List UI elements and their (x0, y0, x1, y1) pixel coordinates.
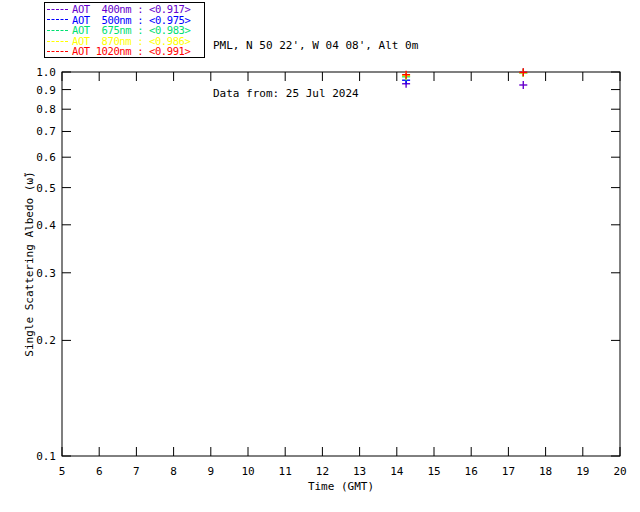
legend-item-label: AOT 1020nm : <0.991> (72, 46, 190, 57)
x-tick-label: 12 (316, 465, 329, 478)
y-tick-label: 0.5 (36, 182, 56, 195)
y-tick-label: 1.0 (36, 66, 56, 79)
legend-item: AOT 1020nm : <0.991> (47, 46, 204, 57)
x-tick-label: 7 (133, 465, 140, 478)
y-tick-label: 0.1 (36, 450, 56, 463)
y-axis-label: Single Scattering Albedo (ω̃) (23, 171, 36, 356)
x-axis-label: Time (GMT) (308, 480, 374, 493)
x-tick-label: 19 (576, 465, 589, 478)
legend-line-swatch (47, 19, 68, 20)
legend-line-swatch (47, 9, 68, 10)
legend-item-label: AOT 400nm : <0.917> (72, 4, 190, 15)
x-tick-label: 14 (390, 465, 404, 478)
x-tick-label: 20 (613, 465, 626, 478)
x-tick-label: 13 (353, 465, 366, 478)
x-tick-label: 10 (241, 465, 254, 478)
x-tick-label: 18 (539, 465, 552, 478)
x-tick-label: 15 (427, 465, 440, 478)
legend-item: AOT 400nm : <0.917> (47, 4, 204, 15)
site-header: PML, N 50 22', W 04 08', Alt 0m Data fro… (213, 6, 418, 134)
legend-box: AOT 400nm : <0.917>AOT 500nm : <0.975>AO… (44, 2, 205, 58)
y-tick-label: 0.2 (36, 334, 56, 347)
y-tick-label: 0.8 (36, 103, 56, 116)
ssa-plot-window: 5678910111213141516171819200.10.20.30.40… (0, 0, 640, 512)
legend-line-swatch (47, 30, 68, 31)
y-tick-label: 0.7 (36, 125, 56, 138)
x-tick-label: 11 (279, 465, 292, 478)
x-tick-label: 6 (96, 465, 103, 478)
data-date-text: Data from: 25 Jul 2024 (213, 86, 418, 102)
x-tick-label: 17 (502, 465, 515, 478)
site-location-text: PML, N 50 22', W 04 08', Alt 0m (213, 38, 418, 54)
legend-line-swatch (47, 41, 68, 42)
legend-line-swatch (47, 51, 68, 52)
x-tick-label: 8 (170, 465, 177, 478)
y-tick-label: 0.3 (36, 267, 56, 280)
y-tick-label: 0.9 (36, 84, 56, 97)
y-tick-label: 0.6 (36, 151, 56, 164)
x-tick-label: 16 (465, 465, 478, 478)
x-tick-label: 9 (207, 465, 214, 478)
x-tick-label: 5 (59, 465, 66, 478)
y-tick-label: 0.4 (36, 219, 56, 232)
